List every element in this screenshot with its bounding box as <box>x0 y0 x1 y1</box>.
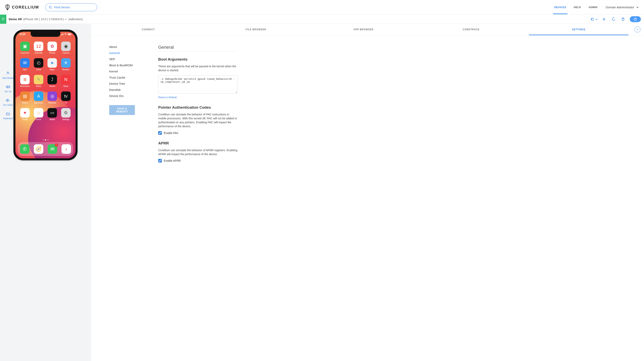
dock-messages[interactable]: ✉! <box>48 144 57 154</box>
tab-app-browser[interactable]: APP BROWSER <box>310 24 417 35</box>
control-label: Side Button <box>2 77 14 79</box>
logo-icon <box>5 4 10 10</box>
app-app-store[interactable]: AApp Store <box>32 91 45 107</box>
app-tile: N <box>61 75 70 84</box>
svg-marker-7 <box>6 86 8 88</box>
power-icon <box>633 17 637 21</box>
control-label: Keyboard <box>3 117 13 120</box>
aprr-section: APRR Corellium can simulate the behavior… <box>158 141 237 163</box>
phone-screen[interactable]: 10:20 ▣FaceTime12Calendar✿Photos◉Camera✉… <box>16 32 76 158</box>
svg-rect-16 <box>62 34 62 35</box>
pause-icon <box>602 17 606 21</box>
phone-dock: ✆🧭✉!♪ <box>18 142 73 156</box>
sidemenu-ramdisk[interactable]: Ramdisk <box>109 88 142 92</box>
keyboard-control[interactable]: Keyboard <box>3 112 13 120</box>
tab-settings[interactable]: SETTINGS <box>525 24 632 35</box>
app-tile: ▭ <box>48 108 57 118</box>
chevron-down-icon <box>636 6 639 9</box>
nav-help[interactable]: HELP <box>574 6 581 9</box>
app-stocks[interactable]: ⤴Stocks <box>46 75 59 91</box>
enable-aprr-checkbox[interactable] <box>158 159 162 163</box>
app-photos[interactable]: ✿Photos <box>46 42 59 57</box>
nav-devices[interactable]: DEVICES <box>554 6 566 9</box>
sidemenu-sep[interactable]: SEP <box>109 57 142 61</box>
app-weather[interactable]: ☀Weather <box>60 58 72 74</box>
boot-arguments-input[interactable] <box>158 75 237 93</box>
search-input[interactable] <box>54 6 94 9</box>
app-settings[interactable]: ⚙Settings <box>60 108 72 124</box>
volume-up-control[interactable]: Vol. Up <box>4 85 12 93</box>
app-books[interactable]: ▤Books <box>18 91 32 107</box>
sidemenu-device-ids[interactable]: Device IDs <box>109 94 142 98</box>
app-tile: ≣ <box>20 75 30 84</box>
app-home[interactable]: ⌂Home <box>32 108 45 124</box>
sidemenu-general[interactable]: General <box>109 51 142 55</box>
pac-desc: Corellium can simulate the behavior of P… <box>158 112 237 128</box>
pac-heading: Pointer Authentication Codes <box>158 105 237 110</box>
app-tv[interactable]: tvTV <box>60 91 72 107</box>
settings-content: About General SEP iBoot & BootROM Kernel… <box>91 35 644 181</box>
sidemenu-device-tree[interactable]: Device Tree <box>109 82 142 86</box>
tabs-next-button[interactable] <box>634 27 640 33</box>
svg-rect-21 <box>71 34 72 35</box>
topbar: CORELLIUM DEVICES HELP ADMIN Domain Admi… <box>0 0 644 15</box>
app-tile: tv <box>61 91 70 101</box>
tab-file-browser[interactable]: FILE BROWSER <box>202 24 310 35</box>
enable-aprr-row[interactable]: Enable APRR <box>158 159 237 163</box>
control-label: Vol. Down <box>3 104 13 106</box>
enable-pac-label: Enable PAC <box>164 131 178 135</box>
volume-down-control[interactable]: Vol. Down <box>3 98 13 106</box>
reset-default-link[interactable]: Reset to Default <box>158 96 177 99</box>
sidemenu-iboot[interactable]: iBoot & BootROM <box>109 63 142 67</box>
phone-preview-panel: Side Button Vol. Up Vol. Down Keyboard <box>0 24 91 361</box>
settings-body: General Boot Arguments These are argumen… <box>158 45 237 169</box>
app-label: Photos <box>49 52 55 54</box>
svg-line-1 <box>51 8 52 9</box>
brand-name: CORELLIUM <box>12 5 39 10</box>
search-box[interactable] <box>45 3 97 11</box>
app-health[interactable]: ♥Health <box>18 108 32 124</box>
top-nav: DEVICES HELP ADMIN <box>554 6 597 9</box>
power-button[interactable] <box>630 16 641 22</box>
tab-coretrace[interactable]: CORETRACE <box>417 24 525 35</box>
enable-pac-row[interactable]: Enable PAC <box>158 131 237 135</box>
delete-button[interactable] <box>618 15 628 24</box>
pac-section: Pointer Authentication Codes Corellium c… <box>158 105 237 135</box>
app-wallet[interactable]: ▭Wallet <box>46 108 59 124</box>
user-menu[interactable]: Domain Administrator <box>606 6 639 9</box>
enable-pac-checkbox[interactable] <box>158 131 162 135</box>
dock-safari[interactable]: 🧭 <box>34 144 43 154</box>
app-camera[interactable]: ◉Camera <box>60 42 72 57</box>
phone-time: 10:20 <box>20 33 26 36</box>
app-label: Maps <box>50 69 54 71</box>
app-facetime[interactable]: ▣FaceTime <box>18 42 32 57</box>
app-calendar[interactable]: 12Calendar <box>32 42 45 57</box>
reboot-button[interactable] <box>609 15 618 24</box>
app-tile: ☀ <box>61 58 70 68</box>
dock-phone[interactable]: ✆ <box>20 144 30 154</box>
app-tile: ▣ <box>20 42 30 51</box>
dock-music[interactable]: ♪ <box>62 144 71 154</box>
sidemenu-kernel[interactable]: Kernel <box>109 69 142 74</box>
app-podcasts[interactable]: ◎Podcasts <box>46 91 59 107</box>
tab-connect[interactable]: CONNECT <box>94 24 202 35</box>
app-notes[interactable]: ✎Notes <box>32 75 45 91</box>
right-tabs: CONNECT FILE BROWSER APP BROWSER CORETRA… <box>91 24 644 35</box>
export-button[interactable] <box>590 15 599 24</box>
side-button-control[interactable]: Side Button <box>2 71 14 79</box>
volume-up-icon <box>6 85 10 89</box>
app-mail[interactable]: ✉Mail <box>18 58 32 74</box>
battery-icon <box>68 33 72 35</box>
user-label: Domain Administrator <box>606 6 634 9</box>
app-clock[interactable]: ◴Clock <box>32 58 45 74</box>
app-news[interactable]: NNews <box>60 75 72 91</box>
save-reboot-button[interactable]: SAVE & REBOOT <box>109 105 135 115</box>
nav-admin[interactable]: ADMIN <box>588 6 598 9</box>
app-label: Clock <box>36 69 41 71</box>
sidemenu-about[interactable]: About <box>109 45 142 49</box>
app-reminders[interactable]: ≣Reminders <box>18 75 32 91</box>
app-maps[interactable]: ➤Maps <box>46 58 59 74</box>
app-tile: ▤ <box>20 91 30 101</box>
pause-button[interactable] <box>599 15 609 24</box>
sidemenu-trust-cache[interactable]: Trust Cache <box>109 75 142 80</box>
